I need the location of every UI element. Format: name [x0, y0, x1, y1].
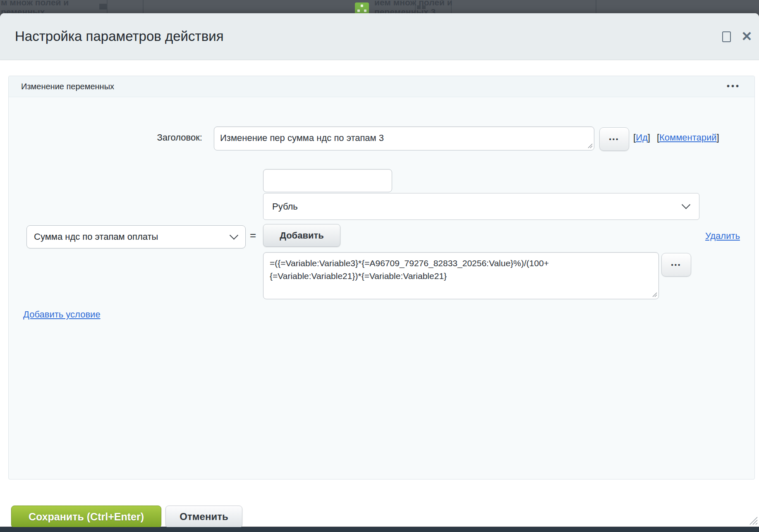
background-diagram-text: ременных	[1, 7, 45, 13]
close-icon[interactable]: ✕	[741, 29, 752, 44]
background-overlay-strip: м множ полей и ременных ием множ полей и…	[0, 0, 759, 13]
background-divider	[596, 0, 596, 13]
variable-select[interactable]: Сумма ндс по этапам оплаты	[26, 225, 246, 248]
comment-link-group: [Комментарий]	[657, 132, 719, 143]
background-divider	[107, 0, 108, 13]
title-input[interactable]: Изменение пер сумма ндс по этапам 3	[214, 126, 594, 150]
background-node-shape	[99, 4, 107, 10]
formula-input-wrap: =({=Variable:Variable3}*{=A96709_79276_8…	[263, 252, 659, 299]
background-bottom-bar	[0, 527, 759, 532]
cancel-button[interactable]: Отменить	[165, 506, 242, 528]
formula-more-button[interactable]: •••	[661, 253, 691, 277]
formula-input[interactable]: =({=Variable:Variable3}*{=A96709_79276_8…	[263, 252, 659, 299]
id-link[interactable]: Ид	[636, 132, 648, 143]
save-button[interactable]: Сохранить (Ctrl+Enter)	[11, 506, 161, 528]
bracket: ]	[648, 132, 650, 143]
page: м множ полей и ременных ием множ полей и…	[0, 0, 759, 532]
background-divider	[143, 0, 144, 13]
title-label: Заголовок:	[108, 132, 202, 143]
variable-select-value: Сумма ндс по этапам оплаты	[34, 231, 158, 242]
equals-sign: =	[250, 229, 256, 242]
panel-title: Изменение переменных	[21, 76, 114, 97]
background-diagram-text: м множ полей и	[1, 0, 69, 7]
currency-select-value: Рубль	[272, 201, 298, 212]
background-diagram-text: переменных 3	[374, 7, 436, 13]
chevron-down-icon	[682, 200, 690, 209]
maximize-icon[interactable]	[722, 31, 731, 42]
value-input[interactable]	[263, 169, 392, 192]
panel-menu-ellipsis-icon[interactable]: •••	[727, 76, 740, 97]
dialog-resize-handle[interactable]	[749, 516, 758, 525]
dialog-title: Настройка параметров действия	[15, 13, 224, 60]
background-diagram-text: ием множ полей и	[374, 0, 453, 7]
title-more-button[interactable]: •••	[599, 127, 629, 151]
bracket: ]	[717, 132, 719, 143]
action-settings-dialog: Настройка параметров действия ✕ Изменени…	[0, 13, 759, 527]
add-condition-link[interactable]: Добавить условие	[23, 309, 101, 320]
panel-header: Изменение переменных •••	[9, 76, 754, 97]
variables-node-icon	[355, 2, 369, 13]
id-link-group: [Ид]	[633, 132, 650, 143]
delete-link[interactable]: Удалить	[705, 231, 740, 241]
comment-link[interactable]: Комментарий	[659, 132, 717, 143]
add-button[interactable]: Добавить	[263, 224, 340, 247]
chevron-down-icon	[230, 231, 238, 239]
action-panel: Изменение переменных ••• Заголовок: Изме…	[8, 76, 755, 480]
title-input-wrap: Изменение пер сумма ндс по этапам 3	[214, 126, 594, 150]
currency-select[interactable]: Рубль	[263, 193, 699, 220]
meta-links: [Ид][Комментарий]	[633, 132, 719, 143]
dialog-header: Настройка параметров действия ✕	[0, 13, 759, 60]
